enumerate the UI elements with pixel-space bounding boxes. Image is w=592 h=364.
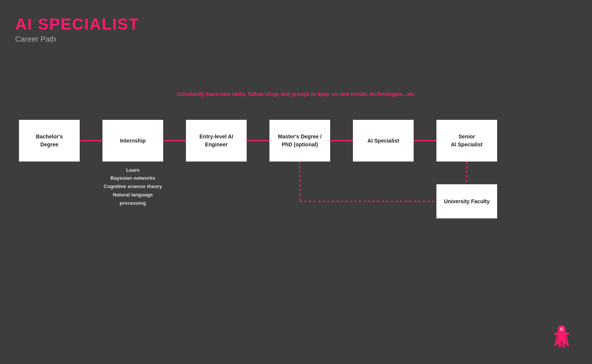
diagram-area: Constantly learn new skills, follow blog… bbox=[0, 91, 592, 222]
learn-item-2: Cognitive science theory bbox=[102, 182, 163, 191]
learn-title: Learn bbox=[102, 167, 163, 173]
card-senior-ai: Senior AI Specialist bbox=[436, 120, 497, 162]
learn-item-3: Natural languageprocessing bbox=[102, 191, 163, 207]
flow-container: Bachelor's Degree Internship Entry-level… bbox=[11, 108, 581, 222]
card-internship: Internship bbox=[102, 120, 163, 162]
card-masters: Master's Degree / PhD (optional) bbox=[269, 120, 330, 162]
hero-icon: G bbox=[550, 322, 573, 353]
svg-text:G: G bbox=[560, 327, 564, 331]
svg-rect-12 bbox=[559, 341, 561, 347]
diagram-wrapper: Bachelor's Degree Internship Entry-level… bbox=[11, 108, 581, 222]
svg-rect-9 bbox=[559, 333, 565, 341]
logo: G bbox=[550, 322, 573, 353]
annotation-text: Constantly learn new skills, follow blog… bbox=[0, 91, 592, 97]
learn-item-1: Bayesian networks bbox=[102, 174, 163, 182]
card-entry-level: Entry-level AI Engineer bbox=[186, 120, 247, 162]
page-subtitle: Career Path bbox=[15, 35, 139, 44]
svg-rect-13 bbox=[562, 341, 565, 347]
svg-rect-15 bbox=[565, 333, 569, 335]
card-ai-specialist: AI Specialist bbox=[353, 120, 414, 162]
card-bachelors: Bachelor's Degree bbox=[19, 120, 80, 162]
svg-rect-14 bbox=[554, 333, 559, 335]
learn-section: Learn Bayesian networks Cognitive scienc… bbox=[102, 167, 163, 207]
card-university: University Faculty bbox=[436, 184, 497, 218]
page-title: AI SPECIALIST bbox=[15, 15, 139, 33]
header: AI SPECIALIST Career Path bbox=[15, 15, 139, 44]
